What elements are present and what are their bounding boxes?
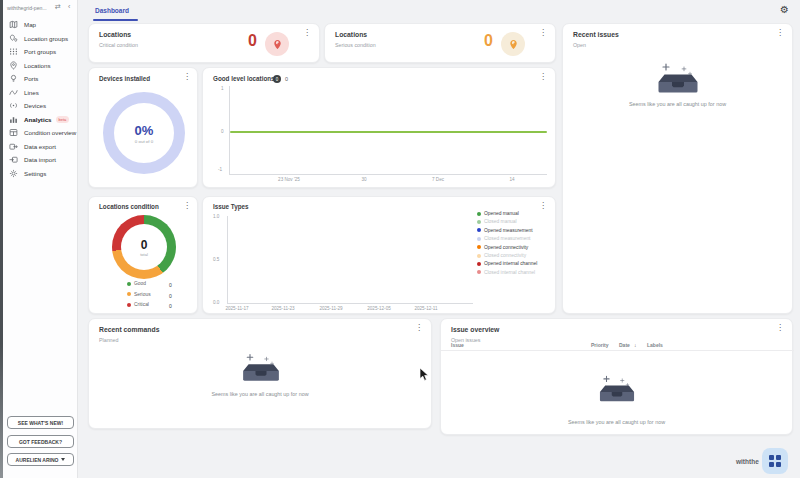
sidebar-item-port-groups[interactable]: Port groups: [3, 45, 78, 58]
card-title: Recent commands: [99, 326, 159, 333]
column-header-labels[interactable]: Labels: [647, 342, 663, 348]
y-axis: [229, 86, 230, 174]
legend-dot: [477, 262, 481, 266]
card-title: Locations condition: [99, 203, 159, 210]
donut-center-label: 0% 0 out of 0: [103, 92, 185, 174]
sidebar-item-locations[interactable]: Locations: [3, 59, 78, 72]
org-swap-icon[interactable]: ⇄: [55, 3, 61, 11]
sidebar-item-label: Settings: [24, 170, 46, 177]
card-menu-button[interactable]: ⋮: [415, 324, 423, 332]
empty-inbox-illustration: [239, 349, 283, 383]
devices-percent-value: 0%: [135, 123, 154, 138]
x-tick: 2025-12-05: [367, 306, 391, 311]
user-name-label: AURELIEN ARINO: [16, 457, 59, 463]
empty-inbox-illustration: [654, 58, 702, 96]
legend-item-closed-internal-channel[interactable]: Closed internal channel: [477, 270, 535, 275]
card-title: Recent issues: [573, 31, 619, 38]
card-menu-button[interactable]: ⋮: [183, 73, 191, 81]
port-groups-icon: [8, 47, 18, 57]
sidebar-collapse-icon[interactable]: ‹: [68, 3, 70, 10]
legend-item-closed-measurement[interactable]: Closed measurement: [477, 236, 530, 241]
legend-dot: [477, 237, 481, 241]
card-subtitle: Planned: [99, 337, 118, 343]
condition-overview-icon: [8, 128, 18, 138]
feedback-label: GOT FEEDBACK?: [19, 439, 62, 445]
table-header-divider: [441, 350, 794, 351]
dashboard-settings-icon[interactable]: ⚙: [780, 4, 789, 15]
empty-state-text: Seems like you are all caught up for now: [441, 419, 792, 425]
sidebar-item-data-export[interactable]: Data export: [3, 140, 78, 153]
legend-label: Good: [134, 281, 146, 286]
card-subtitle: Critical condition: [99, 42, 138, 48]
tab-dashboard[interactable]: Dashboard: [95, 7, 129, 14]
x-axis: [229, 174, 547, 175]
serious-count-value: 0: [484, 32, 493, 50]
good-level-count: 0: [285, 76, 288, 82]
card-title: Devices installed: [99, 75, 150, 82]
legend-item-serious: Serious: [127, 292, 151, 297]
sidebar-item-location-groups[interactable]: Location groups: [3, 32, 78, 45]
sidebar-item-analytics[interactable]: Analytics beta: [3, 113, 78, 126]
locations-critical-card: Locations Critical condition 0 ⋮: [88, 23, 320, 63]
legend-item-closed-connectivity[interactable]: Closed connectivity: [477, 253, 526, 258]
devices-detail-label: 0 out of 0: [135, 139, 153, 144]
app-window: withthegrid-pen... ⇄ ‹ Map Location grou…: [0, 0, 800, 478]
sidebar-item-condition-overview[interactable]: Condition overview: [3, 126, 78, 139]
app-launcher-button[interactable]: [762, 448, 788, 474]
mouse-cursor: [420, 368, 429, 381]
legend-dot: [477, 220, 481, 224]
good-level-locations-card: Good level locations 0 0 ⋮ 1 0 -1 23 Nov…: [202, 67, 556, 188]
sidebar-item-ports[interactable]: Ports: [3, 72, 78, 85]
legend-item-closed-manual[interactable]: Closed manual: [477, 219, 517, 224]
card-menu-button[interactable]: ⋮: [183, 202, 191, 210]
org-name: withthegrid-pen...: [7, 5, 47, 11]
column-header-priority[interactable]: Priority: [591, 342, 609, 348]
sidebar-item-data-import[interactable]: Data import: [3, 153, 78, 166]
map-icon: [8, 20, 18, 30]
devices-signal-icon: [8, 101, 18, 111]
sidebar-item-map[interactable]: Map: [3, 18, 78, 31]
legend-value: 0: [169, 303, 172, 309]
legend-dot: [127, 282, 131, 286]
sidebar: withthegrid-pen... ⇄ ‹ Map Location grou…: [3, 0, 78, 478]
sidebar-item-label: Port groups: [24, 48, 56, 55]
card-title: Good level locations: [213, 75, 275, 82]
legend-label: Closed connectivity: [484, 253, 526, 258]
locations-condition-card: Locations condition ⋮ 0 total Good 0 Ser…: [88, 196, 198, 314]
recent-commands-card: Recent commands Planned ⋮ Seems like you…: [88, 318, 432, 429]
issue-overview-card: Issue overview Open issues ⋮ Issue Prior…: [440, 318, 793, 435]
whats-new-button[interactable]: SEE WHAT'S NEW!: [7, 416, 74, 429]
feedback-button[interactable]: GOT FEEDBACK?: [7, 435, 74, 448]
card-menu-button[interactable]: ⋮: [776, 324, 784, 332]
legend-dot: [477, 270, 481, 274]
legend-label: Opened manual: [484, 211, 519, 216]
location-pin-icon: [8, 60, 18, 70]
legend-item-opened-measurement[interactable]: Opened measurement: [477, 228, 533, 233]
card-menu-button[interactable]: ⋮: [539, 29, 547, 37]
sidebar-item-devices[interactable]: Devices: [3, 99, 78, 112]
data-import-icon: [8, 155, 18, 165]
card-menu-button[interactable]: ⋮: [539, 202, 547, 210]
analytics-icon: [8, 114, 18, 124]
lines-icon: [8, 87, 18, 97]
column-header-issue[interactable]: Issue: [451, 342, 464, 348]
empty-state-text: Seems like you are all caught up for now: [563, 101, 792, 107]
legend-item-opened-connectivity[interactable]: Opened connectivity: [477, 245, 528, 250]
sort-desc-icon[interactable]: ↓: [634, 342, 637, 348]
user-menu-button[interactable]: AURELIEN ARINO: [7, 453, 74, 466]
card-menu-button[interactable]: ⋮: [303, 29, 311, 37]
card-menu-button[interactable]: ⋮: [776, 29, 784, 37]
card-title: Locations: [335, 31, 367, 38]
card-menu-button[interactable]: ⋮: [539, 73, 547, 81]
data-export-icon: [8, 141, 18, 151]
column-header-date[interactable]: Date: [619, 342, 630, 348]
x-tick: 2025-12-11: [414, 306, 437, 311]
sidebar-item-settings[interactable]: Settings: [3, 167, 78, 180]
legend-dot: [477, 245, 481, 249]
legend-dot: [127, 303, 131, 307]
org-switcher[interactable]: withthegrid-pen... ⇄ ‹: [3, 2, 78, 15]
sidebar-item-lines[interactable]: Lines: [3, 86, 78, 99]
legend-item-opened-internal-channel[interactable]: Opened internal channel: [477, 261, 537, 266]
legend-item-opened-manual[interactable]: Opened manual: [477, 211, 519, 216]
legend-item-critical: Critical: [127, 302, 149, 307]
